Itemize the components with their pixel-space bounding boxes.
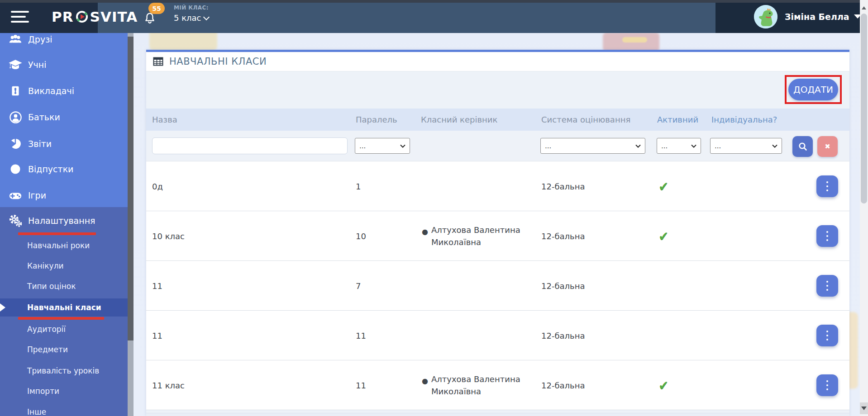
row-actions-button[interactable] [816,374,838,396]
clear-filter-button[interactable]: ✖ [817,136,838,157]
cell-teacher-wrap: ● Алтухова Валентина Миколаївна [431,360,538,410]
chevron-down-icon [203,14,210,20]
school-classes-panel: НАВЧАЛЬНІ КЛАСИ ДОДАТИ Назва Паралель Кл… [146,50,849,416]
subitem-label: Тривалість уроків [27,366,99,375]
table-row[interactable]: 0д 1 ● 12-бальна ✔ [146,161,849,211]
name-filter-input[interactable] [152,137,348,154]
gears-icon [8,214,23,227]
graduation-cap-icon [8,58,23,71]
subitem-label: Навчальні роки [27,241,90,250]
cell-active: ✔ [658,161,669,211]
subitem-label: Аудиторії [27,325,66,334]
tie-icon [8,84,23,98]
row-actions-button[interactable] [816,325,838,346]
select-value: ... [359,142,366,150]
active-subitem-red-underline [18,317,104,320]
parallel-filter-select[interactable]: ... [355,138,410,154]
checkmark-icon: ✔ [658,229,669,244]
hamburger-menu-icon[interactable] [11,11,29,23]
notification-count-badge: 55 [148,3,165,14]
cell-parallel: 11 [356,311,366,360]
users-icon [8,33,23,46]
sidebar-item-settings[interactable]: Налаштування [0,208,128,233]
prosvita-logo[interactable]: PR SVITA [52,0,138,33]
individual-filter-select[interactable]: ... [710,138,782,154]
cell-name: 10 клас [152,211,185,261]
table-row[interactable]: 11 11 ● 12-бальна ✔ [146,311,849,360]
logo-play-icon [75,10,89,24]
page-scrollbar-thumb[interactable] [861,14,867,203]
grading-filter-select[interactable]: ... [540,138,645,154]
cell-name: 11 [152,261,162,311]
sidebar-item-label: Друзі [28,34,52,44]
sidebar-scrollbar[interactable] [128,33,134,416]
sidebar-subitem-holidays[interactable]: Канікули [0,257,128,275]
sidebar-item-teachers[interactable]: Викладачі [0,78,128,104]
sidebar-item-students[interactable]: Учні [0,52,128,77]
sidebar-item-label: Ігри [28,190,46,200]
checkmark-icon: ✔ [658,179,669,194]
subitem-label: Канікули [27,261,64,270]
cell-grading: 12-бальна [541,261,585,311]
chevron-down-icon [635,144,641,148]
sidebar-item-reports[interactable]: Звіти [0,131,128,156]
table-row[interactable]: 11 клас 11 ● Алтухова Валентина Миколаїв… [146,360,849,410]
chevron-down-icon [772,144,777,148]
cell-name: 11 [152,311,162,360]
scroll-down-arrow[interactable] [860,402,868,414]
select-value: ... [545,142,551,150]
sidebar-subitem-school-years[interactable]: Навчальні роки [0,236,128,255]
cell-grading: 12-бальна [541,360,585,410]
parent-icon [8,110,23,124]
close-icon: ✖ [825,142,830,151]
sidebar-nav: Друзі Учні Викладачі [0,33,128,416]
notifications[interactable]: 55 [142,0,169,33]
column-header-active[interactable]: Активний [657,109,698,131]
column-header-parallel[interactable]: Паралель [356,109,397,131]
panel-titlebar: НАВЧАЛЬНІ КЛАСИ [146,52,849,71]
column-header-name[interactable]: Назва [152,109,177,131]
search-button[interactable] [792,136,813,157]
sidebar-item-vacations[interactable]: Відпустки [0,156,128,182]
cell-parallel: 11 [356,360,366,410]
pie-chart-icon [8,137,23,151]
cell-grading: 12-бальна [541,311,585,360]
teacher-name: Алтухова Валентина Миколаївна [431,225,520,247]
search-icon [798,142,808,151]
sidebar-item-parents[interactable]: Батьки [0,104,128,130]
circle-icon [8,162,23,176]
table-row[interactable]: 11 7 ● 12-бальна ✔ [146,261,849,311]
bullet-icon: ● [422,226,428,238]
my-class-selector[interactable]: МІЙ КЛАС: 5 клас [174,5,209,23]
row-actions-button[interactable] [816,275,838,297]
sidebar-subitem-lesson-duration[interactable]: Тривалість уроків [0,362,128,380]
table-body: 0д 1 ● 12-бальна ✔ 10 клас 10 ● Алтухова… [146,161,849,410]
sidebar-subitem-school-classes[interactable]: Навчальні класи [0,298,128,317]
column-header-teacher[interactable]: Класний керівник [421,109,497,131]
sidebar-subitem-grade-types[interactable]: Типи оцінок [0,277,128,295]
settings-red-underline [18,232,96,235]
scroll-up-arrow[interactable] [860,4,868,12]
column-header-grading[interactable]: Система оцінювання [541,109,630,131]
table-header-row: Назва Паралель Класний керівник Система … [146,109,849,131]
page-scrollbar[interactable] [860,0,868,416]
sidebar-scrollbar-thumb[interactable] [128,37,134,340]
row-actions-button[interactable] [816,175,838,197]
user-menu[interactable]: Зіміна Белла [715,0,860,33]
sidebar-subitem-imports[interactable]: Імпорти [0,382,128,400]
column-header-individual[interactable]: Індивідуальна? [711,109,777,131]
sidebar-subitem-other[interactable]: Інше [0,403,128,416]
sidebar-subitem-auditoriums[interactable]: Аудиторії [0,320,128,338]
my-class-value: 5 клас [174,13,201,23]
add-button[interactable]: ДОДАТИ [788,79,838,100]
chevron-down-icon [691,144,696,148]
app-window: PR SVITA 55 МІЙ КЛАС: [0,0,868,416]
row-actions-button[interactable] [816,225,838,247]
active-item-arrow-icon [0,303,5,312]
active-filter-select[interactable]: ... [657,138,701,154]
cell-parallel: 7 [356,261,361,311]
table-row[interactable]: 10 клас 10 ● Алтухова Валентина Миколаїв… [146,211,849,261]
sidebar-item-games[interactable]: Ігри [0,183,128,208]
subitem-label: Предмети [27,345,68,354]
sidebar-subitem-subjects[interactable]: Предмети [0,340,128,359]
